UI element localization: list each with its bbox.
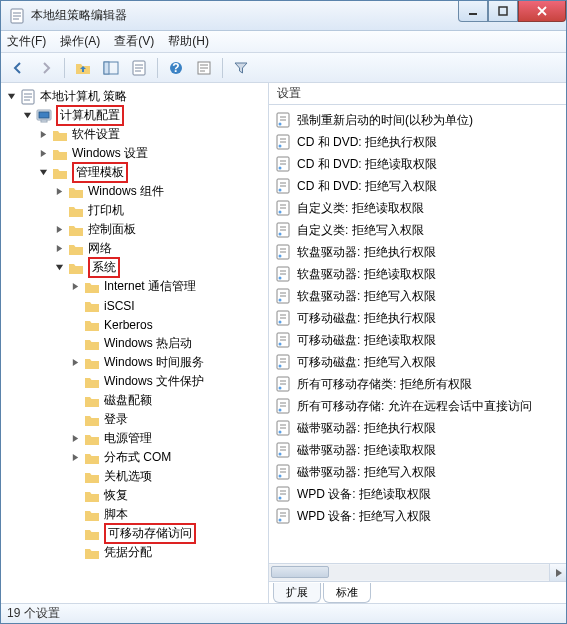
expand-icon[interactable] (37, 128, 50, 141)
expand-icon[interactable] (37, 147, 50, 160)
list-item[interactable]: 所有可移动存储类: 拒绝所有权限 (273, 373, 562, 395)
tree-node-removable_storage[interactable]: 可移动存储访问 (67, 524, 266, 543)
collapse-icon[interactable] (53, 261, 66, 274)
tree-label: Internet 通信管理 (104, 278, 196, 295)
list-item[interactable]: CD 和 DVD: 拒绝写入权限 (273, 175, 562, 197)
help-button[interactable]: ? (163, 56, 189, 80)
expand-icon[interactable] (53, 242, 66, 255)
expand-icon[interactable] (53, 223, 66, 236)
list-item[interactable]: CD 和 DVD: 拒绝执行权限 (273, 131, 562, 153)
list-item[interactable]: WPD 设备: 拒绝写入权限 (273, 505, 562, 527)
folder-icon (84, 545, 100, 561)
folder-icon (84, 393, 100, 409)
list-item[interactable]: 强制重新启动的时间(以秒为单位) (273, 109, 562, 131)
settings-list[interactable]: 强制重新启动的时间(以秒为单位)CD 和 DVD: 拒绝执行权限CD 和 DVD… (269, 105, 566, 563)
folder-icon (68, 222, 84, 238)
list-item[interactable]: 软盘驱动器: 拒绝写入权限 (273, 285, 562, 307)
list-item-label: 磁带驱动器: 拒绝读取权限 (297, 442, 436, 459)
menu-file[interactable]: 文件(F) (7, 33, 46, 50)
policy-icon (275, 376, 291, 392)
minimize-button[interactable] (458, 1, 488, 22)
tree-node-printers[interactable]: 打印机 (51, 201, 266, 220)
horizontal-scrollbar[interactable] (269, 563, 566, 581)
list-item-label: WPD 设备: 拒绝写入权限 (297, 508, 431, 525)
list-item-label: 可移动磁盘: 拒绝写入权限 (297, 354, 436, 371)
scrollbar-thumb[interactable] (271, 566, 329, 578)
tree-node-root[interactable]: 本地计算机 策略 (3, 87, 266, 106)
tab-extended[interactable]: 扩展 (273, 583, 321, 603)
properties-button[interactable] (191, 56, 217, 80)
list-item[interactable]: 可移动磁盘: 拒绝写入权限 (273, 351, 562, 373)
close-button[interactable] (518, 1, 566, 22)
collapse-icon[interactable] (5, 90, 18, 103)
expand-icon[interactable] (69, 451, 82, 464)
maximize-button[interactable] (488, 1, 518, 22)
tree-node-shutdown_opts[interactable]: 关机选项 (67, 467, 266, 486)
show-hide-tree-button[interactable] (98, 56, 124, 80)
list-item[interactable]: CD 和 DVD: 拒绝读取权限 (273, 153, 562, 175)
list-item[interactable]: 可移动磁盘: 拒绝执行权限 (273, 307, 562, 329)
tree-node-control_panel[interactable]: 控制面板 (51, 220, 266, 239)
tree-node-software_settings[interactable]: 软件设置 (35, 125, 266, 144)
tree-node-recovery[interactable]: 恢复 (67, 486, 266, 505)
tree-node-win_hot_boot[interactable]: Windows 热启动 (67, 334, 266, 353)
tree-node-win_time[interactable]: Windows 时间服务 (67, 353, 266, 372)
collapse-icon[interactable] (21, 109, 34, 122)
tree-label: 系统 (88, 257, 120, 278)
column-header[interactable]: 设置 (269, 83, 566, 105)
tree-label: Windows 设置 (72, 145, 148, 162)
tab-standard[interactable]: 标准 (323, 583, 371, 603)
filter-button[interactable] (228, 56, 254, 80)
tree-node-windows_components[interactable]: Windows 组件 (51, 182, 266, 201)
list-item-label: 软盘驱动器: 拒绝读取权限 (297, 266, 436, 283)
list-item[interactable]: 磁带驱动器: 拒绝读取权限 (273, 439, 562, 461)
list-item[interactable]: 自定义类: 拒绝写入权限 (273, 219, 562, 241)
expand-icon[interactable] (53, 185, 66, 198)
forward-button[interactable] (33, 56, 59, 80)
expand-spacer (69, 546, 82, 559)
svg-text:?: ? (172, 61, 179, 75)
list-item[interactable]: 软盘驱动器: 拒绝执行权限 (273, 241, 562, 263)
tree-node-logon[interactable]: 登录 (67, 410, 266, 429)
list-item[interactable]: 磁带驱动器: 拒绝执行权限 (273, 417, 562, 439)
tree-node-network[interactable]: 网络 (51, 239, 266, 258)
tree-pane[interactable]: 本地计算机 策略计算机配置软件设置Windows 设置管理模板Windows 组… (1, 83, 269, 603)
list-item[interactable]: 可移动磁盘: 拒绝读取权限 (273, 329, 562, 351)
tree-node-windows_settings[interactable]: Windows 设置 (35, 144, 266, 163)
list-item[interactable]: 磁带驱动器: 拒绝写入权限 (273, 461, 562, 483)
back-button[interactable] (5, 56, 31, 80)
expand-icon[interactable] (69, 432, 82, 445)
up-button[interactable] (70, 56, 96, 80)
tree-node-credential_delegation[interactable]: 凭据分配 (67, 543, 266, 562)
tree-node-system[interactable]: 系统 (51, 258, 266, 277)
tree-node-win_file_protect[interactable]: Windows 文件保护 (67, 372, 266, 391)
expand-spacer (69, 337, 82, 350)
list-item[interactable]: WPD 设备: 拒绝读取权限 (273, 483, 562, 505)
tree-node-kerberos[interactable]: Kerberos (67, 315, 266, 334)
expand-icon[interactable] (69, 356, 82, 369)
list-item-label: 磁带驱动器: 拒绝写入权限 (297, 464, 436, 481)
menu-view[interactable]: 查看(V) (114, 33, 154, 50)
scroll-right-button[interactable] (549, 564, 566, 581)
tree-node-iscsi[interactable]: iSCSI (67, 296, 266, 315)
menu-action[interactable]: 操作(A) (60, 33, 100, 50)
folder-icon (68, 260, 84, 276)
tree-node-power_mgmt[interactable]: 电源管理 (67, 429, 266, 448)
policy-icon (275, 222, 291, 238)
tree-node-computer_config[interactable]: 计算机配置 (19, 106, 266, 125)
tree-node-disk_quota[interactable]: 磁盘配额 (67, 391, 266, 410)
collapse-icon[interactable] (37, 166, 50, 179)
titlebar[interactable]: 本地组策略编辑器 (1, 1, 566, 31)
menu-help[interactable]: 帮助(H) (168, 33, 209, 50)
policy-icon (275, 156, 291, 172)
list-item[interactable]: 自定义类: 拒绝读取权限 (273, 197, 562, 219)
expand-icon[interactable] (69, 280, 82, 293)
export-list-button[interactable] (126, 56, 152, 80)
list-item[interactable]: 软盘驱动器: 拒绝读取权限 (273, 263, 562, 285)
tree-label: 打印机 (88, 202, 124, 219)
tree-node-scripts[interactable]: 脚本 (67, 505, 266, 524)
tree-node-admin_templates[interactable]: 管理模板 (35, 163, 266, 182)
tree-node-dcom[interactable]: 分布式 COM (67, 448, 266, 467)
tree-node-internet_comm[interactable]: Internet 通信管理 (67, 277, 266, 296)
list-item[interactable]: 所有可移动存储: 允许在远程会话中直接访问 (273, 395, 562, 417)
